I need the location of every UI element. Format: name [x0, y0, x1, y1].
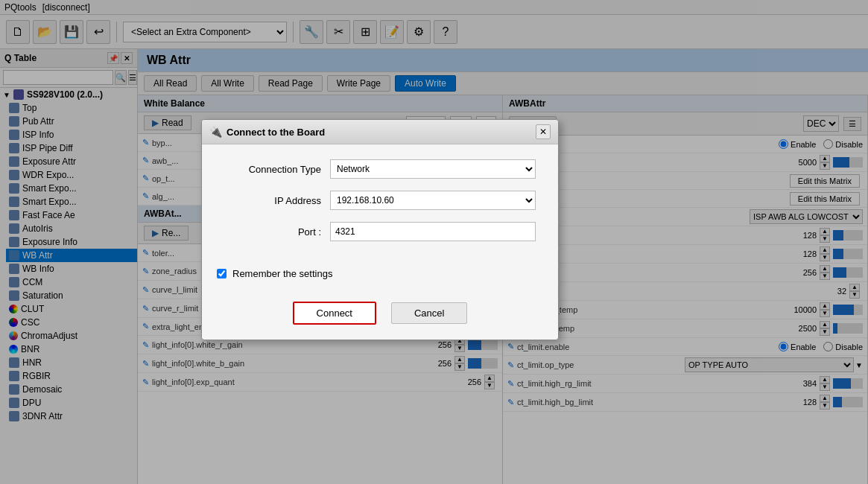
- dialog-overlay: 🔌 Connect to the Board ✕ Connection Type…: [0, 0, 868, 484]
- port-input[interactable]: [330, 222, 536, 241]
- cancel-button[interactable]: Cancel: [391, 302, 467, 324]
- dialog-titlebar: 🔌 Connect to the Board ✕: [202, 120, 558, 144]
- dialog-close-button[interactable]: ✕: [536, 124, 551, 139]
- connection-type-label: Connection Type: [224, 164, 321, 175]
- connection-type-row: Connection Type Network Serial USB: [224, 159, 536, 179]
- ip-address-select[interactable]: 192.168.10.60: [330, 191, 536, 210]
- dialog-icon: 🔌: [209, 126, 222, 138]
- port-row: Port :: [224, 222, 536, 241]
- dialog-body: Connection Type Network Serial USB IP Ad…: [202, 144, 558, 268]
- dialog-title: 🔌 Connect to the Board: [209, 126, 325, 138]
- ip-address-label: IP Address: [224, 195, 321, 206]
- remember-row: Remember the settings: [202, 268, 558, 279]
- port-label: Port :: [224, 226, 321, 238]
- ip-address-row: IP Address 192.168.10.60: [224, 191, 536, 210]
- dialog-footer: Connect Cancel: [202, 294, 558, 340]
- remember-checkbox[interactable]: [217, 269, 226, 278]
- connection-type-select[interactable]: Network Serial USB: [330, 159, 536, 179]
- connect-button[interactable]: Connect: [293, 302, 376, 325]
- remember-label: Remember the settings: [232, 268, 332, 279]
- connect-dialog: 🔌 Connect to the Board ✕ Connection Type…: [201, 119, 559, 340]
